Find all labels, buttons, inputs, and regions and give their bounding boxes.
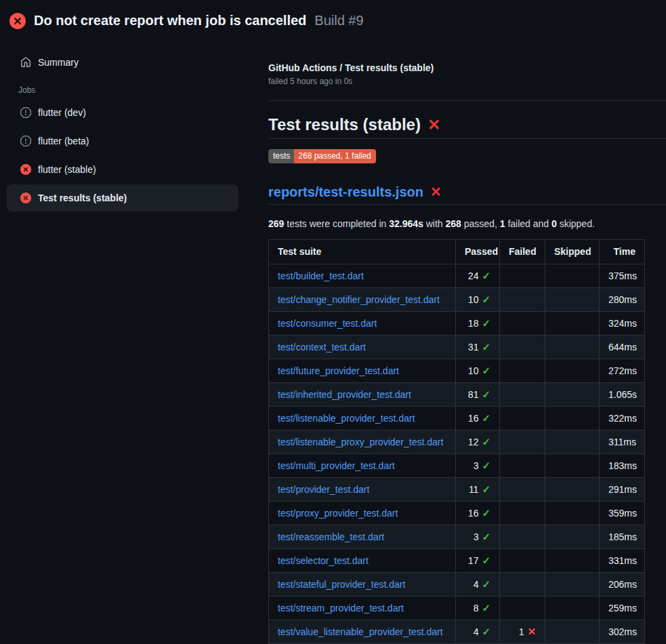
passed-cell: 8✓ [456,597,500,620]
test-suite-link[interactable]: test/consumer_test.dart [278,318,377,329]
x-circle-icon [20,164,31,175]
summary-segment: 269 [268,218,284,229]
test-suite-link[interactable]: test/builder_test.dart [278,270,364,281]
passed-cell: 10✓ [456,288,500,312]
time-cell: 185ms [600,525,645,549]
test-suite-link[interactable]: test/change_notifier_provider_test.dart [278,294,440,305]
report-heading-link[interactable]: reports/test-results.json [268,184,423,200]
summary-segment: 32.964s [389,218,423,229]
col-header-skipped: Skipped [545,240,600,264]
sidebar-item-label: flutter (dev) [38,107,86,118]
build-number: Build #9 [314,13,363,28]
skipped-cell [545,502,600,525]
pass-icon: ✓ [482,460,491,471]
time-cell: 272ms [600,359,645,383]
passed-cell: 4✓ [456,620,500,644]
failed-cell [500,525,545,549]
table-row: test/listenable_provider_test.dart16✓322… [269,407,645,430]
sidebar-item-label: Test results (stable) [38,193,127,203]
test-suite-link[interactable]: test/stateful_provider_test.dart [278,579,405,590]
passed-cell: 3✓ [456,525,500,549]
x-circle-icon [9,13,26,29]
failed-cell [500,597,545,620]
table-row: test/future_provider_test.dart10✓272ms [269,359,645,383]
pass-icon: ✓ [482,555,491,566]
test-suite-link[interactable]: test/context_test.dart [278,342,366,353]
test-suite-link[interactable]: test/listenable_proxy_provider_test.dart [278,437,443,447]
time-cell: 1.065s [600,383,645,407]
skipped-cell [545,478,600,502]
test-suite-link[interactable]: test/stream_provider_test.dart [278,603,404,613]
fail-icon: ✕ [527,626,536,637]
pass-icon: ✓ [482,531,491,542]
results-table-body: test/builder_test.dart24✓375mstest/chang… [269,264,645,644]
pass-icon: ✓ [482,341,491,353]
sidebar-item-flutter-stable[interactable]: flutter (stable) [7,156,238,183]
time-cell: 280ms [600,288,645,312]
passed-count: 24 [468,270,479,281]
pass-icon: ✓ [482,294,491,305]
summary-segment: skipped. [557,218,595,229]
test-suite-link[interactable]: test/selector_test.dart [278,555,369,566]
time-cell: 375ms [600,264,645,288]
skipped-cell [545,454,600,478]
summary-segment: passed, [461,218,500,229]
table-row: test/reassemble_test.dart3✓185ms [269,525,645,549]
passed-count: 4 [474,579,479,590]
passed-count: 11 [469,484,479,495]
test-suite-link[interactable]: test/listenable_provider_test.dart [278,413,415,424]
table-row: test/stateful_provider_test.dart4✓206ms [269,573,645,597]
test-suite-link[interactable]: test/inherited_provider_test.dart [278,389,411,400]
test-suite-link[interactable]: test/multi_provider_test.dart [278,460,395,471]
skipped-cell [545,549,600,573]
time-cell: 322ms [600,407,645,430]
passed-count: 8 [474,603,479,613]
check-run-header: Do not create report when job is cancell… [0,0,666,38]
table-row: test/selector_test.dart17✓331ms [269,549,645,573]
passed-count: 4 [474,626,479,637]
test-suite-link[interactable]: test/proxy_provider_test.dart [278,508,398,519]
sidebar-item-flutter-beta[interactable]: flutter (beta) [7,127,238,155]
sidebar-item-label: flutter (stable) [38,164,96,175]
summary-segment: failed and [505,218,552,229]
run-meta: failed 5 hours ago in 0s [268,77,666,86]
sidebar-item-summary[interactable]: Summary [7,49,238,76]
passed-count: 3 [474,460,479,471]
skipped-cell [545,620,600,644]
sidebar-item-flutter-dev[interactable]: flutter (dev) [7,99,238,126]
test-suite-link[interactable]: test/provider_test.dart [278,484,369,495]
section-heading-text: Test results (stable) [268,115,421,134]
skipped-cell [545,430,600,454]
col-header-test-suite: Test suite [269,240,456,264]
skipped-cell [545,288,600,312]
passed-cell: 10✓ [456,359,500,383]
skipped-cell [545,336,600,359]
skipped-cell [545,525,600,549]
time-cell: 331ms [600,549,645,573]
tests-status-badge: tests 268 passed, 1 failed [268,149,376,163]
time-cell: 324ms [600,312,645,336]
passed-count: 16 [468,508,479,519]
passed-count: 12 [468,437,479,447]
passed-cell: 11✓ [456,478,500,502]
table-row: test/inherited_provider_test.dart81✓1.06… [269,383,645,407]
sidebar-item-test-results-stable[interactable]: Test results (stable) [7,184,238,212]
stop-icon [20,136,31,146]
failed-cell [500,478,545,502]
sidebar: Summary Jobs flutter (dev) flutter (beta… [0,38,268,212]
test-suite-link[interactable]: test/value_listenable_provider_test.dart [278,626,443,637]
time-cell: 311ms [600,430,645,454]
test-suite-link[interactable]: test/future_provider_test.dart [278,365,399,376]
passed-count: 10 [468,294,479,305]
pass-icon: ✓ [482,483,491,495]
passed-cell: 3✓ [456,454,500,478]
test-suite-link[interactable]: test/reassemble_test.dart [278,531,384,542]
jobs-section-label: Jobs [18,85,238,95]
passed-count: 16 [468,413,479,424]
time-cell: 302ms [600,620,645,644]
table-row: test/value_listenable_provider_test.dart… [269,620,645,644]
passed-cell: 18✓ [456,312,500,336]
table-row: test/builder_test.dart24✓375ms [269,264,645,288]
pass-icon: ✓ [482,626,491,637]
skipped-cell [545,383,600,407]
